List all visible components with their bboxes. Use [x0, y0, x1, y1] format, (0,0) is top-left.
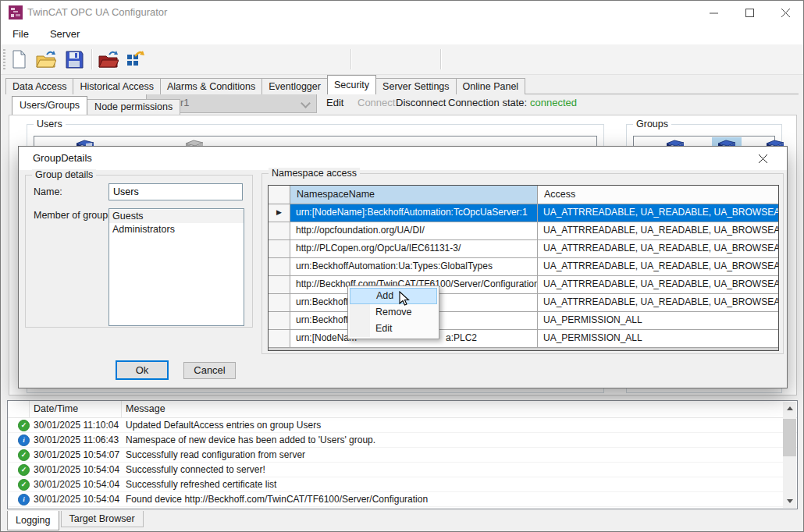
connection-state-label: Connection state:: [448, 93, 527, 113]
row-header-cell[interactable]: [269, 312, 290, 329]
member-group-item[interactable]: Administrators: [109, 223, 244, 236]
twincat-logo-icon: [9, 5, 23, 20]
save-file-icon[interactable]: [63, 48, 85, 70]
log-row[interactable]: i30/01/2025 10:54:04Found device urn:Bec…: [8, 507, 797, 509]
connect-button[interactable]: Connect: [358, 93, 395, 113]
disconnect-button[interactable]: Disconnect: [396, 93, 446, 113]
security-sub-tabs: Users/GroupsNode permissions: [12, 98, 180, 115]
main-tabs: Data AccessHistorical AccessAlarms & Con…: [5, 77, 525, 94]
namespace-row[interactable]: urn:BeckhoffAutomation:Ua:Types:GlobalTy…: [269, 258, 778, 276]
column-header-access[interactable]: Access: [538, 186, 778, 204]
group-details-dialog: GroupDetails Group details Name: Member …: [18, 146, 788, 388]
bottom-tab-target-browser[interactable]: Target Browser: [61, 511, 144, 527]
log-row[interactable]: i30/01/2025 10:54:04Found device http://…: [8, 492, 797, 507]
namespace-row[interactable]: ▶urn:[NodeName]:BeckhoffAutomation:TcOpc…: [269, 204, 778, 222]
tab-security[interactable]: Security: [327, 75, 376, 94]
context-menu-item-remove[interactable]: Remove: [350, 304, 437, 321]
tab-alarms-conditions[interactable]: Alarms & Conditions: [160, 78, 262, 94]
close-button[interactable]: [767, 1, 803, 24]
log-status-cell: ✓: [8, 479, 30, 491]
cancel-button[interactable]: Cancel: [183, 362, 236, 379]
log-row[interactable]: ✓30/01/2025 10:54:04Successfully refresh…: [8, 477, 797, 492]
browse-server-icon[interactable]: [124, 48, 146, 70]
context-menu-item-add[interactable]: Add: [350, 288, 437, 304]
menu-server[interactable]: Server: [41, 24, 89, 44]
log-datetime-cell: 30/01/2025 10:54:04: [30, 464, 122, 475]
context-menu-item-edit[interactable]: Edit: [350, 321, 437, 337]
name-label: Name:: [34, 186, 62, 197]
log-panel: Date/Time Message ✓30/01/2025 11:10:04Up…: [7, 400, 798, 509]
log-row[interactable]: i30/01/2025 11:06:43Namespace of new dev…: [8, 433, 797, 448]
log-message-cell: Successfully refreshed certificate list: [122, 479, 797, 490]
grid-corner-cell: [269, 186, 290, 204]
column-header-namespacename[interactable]: NamespaceName: [290, 186, 538, 204]
namespace-access-groupbox: Namespace access NamespaceName Access ▶u…: [261, 173, 784, 354]
open-from-target-icon[interactable]: [98, 48, 119, 70]
row-header-cell[interactable]: [269, 330, 290, 347]
log-datetime-column-header[interactable]: Date/Time: [30, 401, 122, 417]
log-message-cell: Updated DefaultAccess entries on group U…: [122, 420, 797, 431]
namespace-name-fragment: a:PLC2: [446, 330, 477, 346]
access-cell: UA_ATTRREADABLE, UA_READABLE, UA_BROWSEA…: [538, 258, 778, 275]
namespace-row[interactable]: urn:[NodeNama:PLC2UA_PERMISSION_ALL: [269, 330, 778, 348]
window-controls: [695, 1, 803, 24]
row-header-cell[interactable]: ▶: [269, 204, 290, 222]
tab-server-settings[interactable]: Server Settings: [375, 78, 456, 94]
menubar: FileServer: [1, 24, 803, 44]
namespace-row[interactable]: http://Beckhoff.com/TwinCAT/TF6100/Serve…: [269, 276, 778, 294]
row-header-cell[interactable]: [269, 222, 290, 239]
toolbar-separator: [91, 49, 93, 69]
toolbar-separator: [440, 49, 442, 69]
log-rows: ✓30/01/2025 11:10:04Updated DefaultAcces…: [8, 418, 797, 509]
log-row[interactable]: ✓30/01/2025 11:10:04Updated DefaultAcces…: [8, 418, 797, 433]
bottom-tab-logging[interactable]: Logging: [7, 511, 59, 530]
namespace-access-grid: NamespaceName Access ▶urn:[NodeName]:Bec…: [268, 185, 779, 351]
scroll-up-icon[interactable]: [783, 402, 796, 415]
member-groups-listbox[interactable]: GuestsAdministrators: [109, 208, 244, 326]
log-message-cell: Successfully read configuration from ser…: [122, 449, 797, 460]
new-file-icon[interactable]: [9, 48, 30, 70]
green-check-icon: ✓: [18, 449, 30, 461]
row-header-cell[interactable]: [269, 294, 290, 311]
maximize-button[interactable]: [731, 1, 767, 24]
scrollbar-thumb[interactable]: [783, 419, 796, 456]
tab-historical-access[interactable]: Historical Access: [73, 78, 160, 94]
log-scrollbar[interactable]: [783, 402, 796, 508]
edit-button[interactable]: Edit: [326, 93, 343, 113]
log-row[interactable]: ✓30/01/2025 10:54:04Successfully connect…: [8, 463, 797, 477]
log-row[interactable]: ✓30/01/2025 10:54:07Successfully read co…: [8, 448, 797, 463]
subtab-users-groups[interactable]: Users/Groups: [12, 96, 87, 115]
log-datetime-cell: 30/01/2025 10:54:04: [30, 509, 122, 509]
subtab-node-permissions[interactable]: Node permissions: [87, 99, 180, 115]
namespace-row[interactable]: urn:BeckhoffAUA_ATTRREADABLE, UA_READABL…: [269, 294, 778, 312]
row-header-cell[interactable]: [269, 276, 290, 293]
minimize-button[interactable]: [695, 1, 731, 24]
log-message-cell: Successfully connected to server!: [122, 464, 797, 475]
log-message-column-header[interactable]: Message: [122, 401, 797, 417]
tab-eventlogger[interactable]: Eventlogger: [261, 78, 328, 94]
namespace-access-legend: Namespace access: [269, 168, 360, 179]
namespace-row[interactable]: urn:BeckhoffAUA_PERMISSION_ALL: [269, 312, 778, 330]
group-name-input[interactable]: [109, 183, 243, 200]
row-header-cell[interactable]: [269, 258, 290, 275]
grid-context-menu: AddRemoveEdit: [347, 286, 439, 339]
row-header-cell[interactable]: [269, 240, 290, 257]
member-group-item[interactable]: Guests: [109, 210, 244, 223]
mouse-cursor-icon: [398, 291, 412, 307]
log-status-cell: ✓: [8, 464, 30, 476]
app-window: TwinCAT OPC UA Configurator FileServer S…: [0, 0, 804, 532]
log-icon-column-header[interactable]: [8, 401, 30, 417]
tab-data-access[interactable]: Data Access: [5, 78, 73, 94]
dialog-close-button[interactable]: [749, 147, 776, 170]
toolbar-grip: [3, 49, 5, 69]
namespace-row[interactable]: http://opcfoundation.org/UA/DI/UA_ATTRRE…: [269, 222, 778, 240]
open-file-icon[interactable]: [35, 48, 57, 70]
tab-online-panel[interactable]: Online Panel: [456, 78, 526, 94]
namespace-row[interactable]: http://PLCopen.org/OpcUa/IEC61131-3/UA_A…: [269, 240, 778, 258]
scroll-down-icon[interactable]: [783, 495, 796, 508]
log-datetime-cell: 30/01/2025 11:10:04: [30, 420, 122, 431]
grid-header-row: NamespaceName Access: [269, 186, 778, 204]
access-cell: UA_ATTRREADABLE, UA_READABLE, UA_BROWSEA…: [538, 294, 778, 311]
menu-file[interactable]: File: [3, 24, 38, 44]
ok-button[interactable]: Ok: [116, 360, 169, 380]
